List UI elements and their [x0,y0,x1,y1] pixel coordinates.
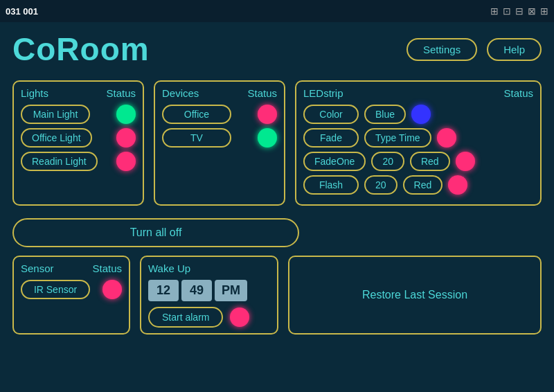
time-ampm[interactable]: PM [215,280,247,301]
turn-all-off-container: Turn all off [12,214,299,247]
device-row-1: TV [162,128,277,148]
tv-device-btn[interactable]: TV [162,128,231,148]
wakeup-header: Wake Up [148,262,270,274]
device-row-0: Office [162,105,277,124]
help-button[interactable]: Help [487,38,542,61]
main-light-btn[interactable]: Main Light [21,105,90,124]
light-row-1: Office Light [21,128,136,148]
bottom-row: Sensor Status IR Sensor Wake Up 12 49 PM… [12,256,542,335]
led-row-fadeone: FadeOne 20 Red [303,152,533,171]
settings-button[interactable]: Settings [406,38,477,61]
start-alarm-row: Start alarm [148,307,270,328]
led-header: LEDstrip Status [303,87,533,99]
led-fadeone-label[interactable]: FadeOne [303,152,366,171]
lights-header: Lights Status [21,87,136,99]
lights-title: Lights [21,87,48,99]
time-display: 12 49 PM [148,280,270,301]
top-panels: Lights Status Main Light Office Light Re… [12,80,542,206]
sensor-header: Sensor Status [21,262,122,274]
time-hours[interactable]: 12 [148,280,179,301]
led-fade-value[interactable]: Type Time [364,128,431,148]
titlebar: 031 001 ⊞ ⊡ ⊟ ⊠ ⊞ [0,0,554,22]
ir-sensor-btn[interactable]: IR Sensor [21,280,90,299]
lights-panel: Lights Status Main Light Office Light Re… [12,80,144,206]
app-logo: CoRoom [12,30,150,68]
wakeup-panel: Wake Up 12 49 PM Start alarm [140,256,278,335]
led-row-color: Color Blue [303,105,533,124]
icon4[interactable]: ⊠ [528,6,536,17]
header-row: CoRoom Settings Help [12,30,542,68]
devices-header: Devices Status [162,87,277,99]
restore-panel[interactable]: Restore Last Session [288,256,542,335]
restore-label: Restore Last Session [362,289,467,301]
led-fade-label[interactable]: Fade [303,128,359,148]
led-fadeone-dot [456,152,475,171]
wakeup-title: Wake Up [148,262,190,274]
tv-device-dot [258,128,277,148]
readin-light-dot [116,152,136,171]
led-color-label[interactable]: Color [303,105,359,124]
icon3[interactable]: ⊟ [515,6,524,17]
turn-all-off-button[interactable]: Turn all off [12,218,299,247]
led-flash-value1[interactable]: 20 [364,175,397,195]
alarm-dot [230,308,249,327]
start-alarm-button[interactable]: Start alarm [148,307,223,328]
sensor-row-0: IR Sensor [21,280,122,299]
icon5[interactable]: ⊞ [540,6,548,17]
icon2[interactable]: ⊡ [503,6,511,17]
office-device-dot [258,105,277,124]
sensor-title: Sensor [21,262,54,274]
devices-panel: Devices Status Office TV [154,80,285,206]
sensor-panel: Sensor Status IR Sensor [12,256,130,335]
titlebar-icons: ⊞ ⊡ ⊟ ⊠ ⊞ [490,6,548,17]
time-minutes[interactable]: 49 [181,280,212,301]
header-buttons: Settings Help [406,38,542,61]
led-row-fade: Fade Type Time [303,128,533,148]
sensor-status: Status [92,262,122,274]
led-status: Status [503,87,533,99]
office-device-btn[interactable]: Office [162,105,231,124]
led-panel: LEDstrip Status Color Blue Fade Type Tim… [295,80,542,206]
devices-title: Devices [162,87,199,99]
icon1[interactable]: ⊞ [490,6,499,17]
light-row-0: Main Light [21,105,136,124]
led-flash-value2[interactable]: Red [403,175,443,195]
main-content: CoRoom Settings Help Lights Status Main … [0,22,554,343]
led-color-value[interactable]: Blue [364,105,406,124]
office-light-dot [116,128,136,148]
light-row-2: Readin Light [21,152,136,171]
ir-sensor-dot [102,280,122,299]
led-flash-label[interactable]: Flash [303,175,359,195]
led-fadeone-value1[interactable]: 20 [371,152,404,171]
titlebar-text: 031 001 [6,6,38,17]
devices-status: Status [247,87,277,99]
led-title: LEDstrip [303,87,343,99]
office-light-btn[interactable]: Office Light [21,128,92,148]
led-row-flash: Flash 20 Red [303,175,533,195]
led-flash-dot [448,175,467,195]
led-color-dot [411,105,431,124]
led-fadeone-value2[interactable]: Red [410,152,450,171]
lights-status: Status [106,87,136,99]
readin-light-btn[interactable]: Readin Light [21,152,98,171]
led-fade-dot [437,128,456,148]
main-light-dot [116,105,136,124]
